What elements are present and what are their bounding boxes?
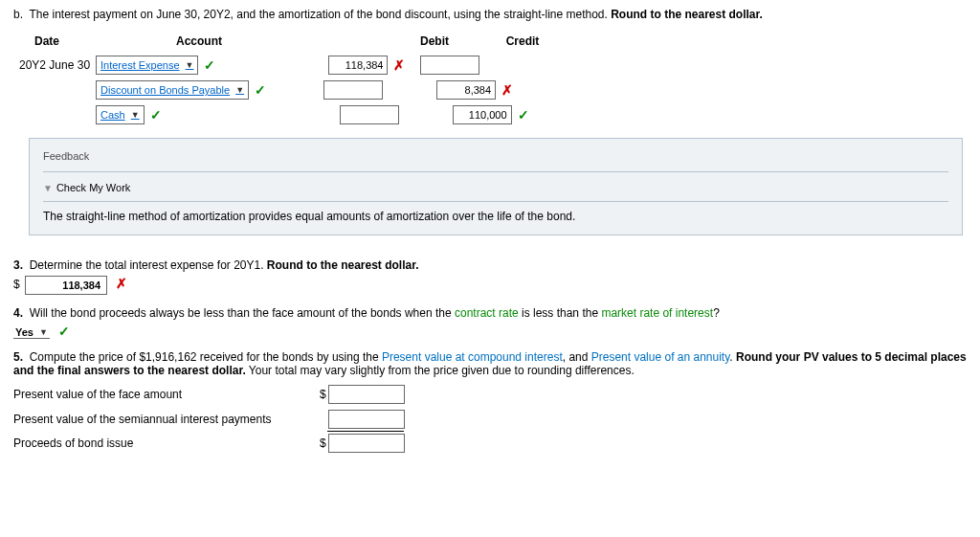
q3-text: Determine the total interest expense for… (30, 258, 267, 272)
market-rate-link[interactable]: market rate of interest (601, 306, 713, 320)
qb-text: The interest payment on June 30, 20Y2, a… (29, 8, 611, 21)
journal-row-3: Cash ▼ ✓ ✓ (13, 105, 607, 124)
pv-table: Present value of the face amount $ Prese… (13, 385, 967, 453)
th-debit: Debit (396, 34, 473, 48)
pv-face-input[interactable] (328, 385, 405, 404)
q5-tail: Your total may vary slightly from the pr… (249, 364, 635, 377)
dollar-sign: $ (320, 436, 326, 450)
total-line (327, 431, 404, 432)
pv-compound-link[interactable]: Present value at compound interest (382, 350, 563, 364)
credit-input-1[interactable] (420, 56, 479, 75)
q3-answer-input[interactable] (25, 276, 107, 295)
pv-interest-input[interactable] (328, 410, 405, 429)
q4-answer-select[interactable]: Yes ▼ (13, 326, 50, 339)
q5-text-a: Compute the price of $1,916,162 received… (30, 350, 382, 364)
th-credit: Credit (484, 34, 561, 48)
feedback-content: The straight-line method of amortization… (43, 210, 948, 223)
check-my-work-row[interactable]: ▼ Check My Work (43, 182, 948, 202)
pv-annuity-link[interactable]: Present value of an annuity (591, 350, 730, 364)
pv-row-interest: Present value of the semiannual interest… (13, 410, 967, 429)
question-3: 3. Determine the total interest expense … (13, 258, 967, 295)
chevron-down-icon: ▼ (131, 110, 140, 120)
pv-label-interest: Present value of the semiannual interest… (13, 413, 320, 426)
check-icon: ✓ (58, 324, 70, 339)
pv-label-proceeds: Proceeds of bond issue (13, 436, 320, 450)
pv-row-face: Present value of the face amount $ (13, 385, 967, 404)
x-icon: ✗ (116, 276, 127, 291)
debit-input-3[interactable] (340, 105, 399, 124)
pv-label-face: Present value of the face amount (13, 388, 320, 401)
question-4: 4. Will the bond proceeds always be less… (13, 306, 967, 339)
account-label: Interest Expense (100, 59, 180, 71)
q4-label: 4. (13, 306, 23, 320)
q3-bold: Round to the nearest dollar. (267, 258, 419, 272)
q5-text-b: , and (563, 350, 591, 364)
th-date: Date (34, 34, 130, 48)
question-b-text: b. The interest payment on June 30, 20Y2… (13, 8, 967, 21)
pv-row-proceeds: Proceeds of bond issue $ (13, 434, 967, 453)
contract-rate-link[interactable]: contract rate (455, 306, 519, 320)
debit-input-1[interactable] (328, 56, 388, 75)
triangle-down-icon: ▼ (43, 183, 53, 193)
q3-label: 3. (13, 258, 23, 272)
th-account: Account (176, 34, 368, 48)
qb-label: b. (13, 8, 23, 21)
x-icon: ✗ (393, 57, 405, 73)
check-icon: ✓ (150, 107, 162, 123)
debit-input-2[interactable] (323, 80, 383, 100)
feedback-title: Feedback (43, 150, 948, 162)
credit-input-3[interactable] (453, 105, 512, 124)
x-icon: ✗ (501, 82, 513, 98)
journal-row-1: 20Y2 June 30 Interest Expense ▼ ✓ ✗ (13, 56, 607, 75)
q4-text-b: is less than the (522, 306, 601, 320)
q4-value: Yes (15, 326, 33, 338)
account-select-discount-bonds[interactable]: Discount on Bonds Payable ▼ (96, 80, 249, 100)
question-5: 5. Compute the price of $1,916,162 recei… (13, 350, 967, 453)
q5-text-c: . (729, 350, 736, 364)
journal-row-2: Discount on Bonds Payable ▼ ✓ ✗ (13, 80, 607, 100)
check-icon: ✓ (255, 82, 266, 98)
pv-proceeds-input[interactable] (328, 434, 405, 453)
q4-tail: ? (713, 306, 720, 320)
divider (43, 171, 948, 172)
dollar-sign: $ (320, 388, 326, 401)
chevron-down-icon: ▼ (39, 327, 48, 337)
check-icon: ✓ (518, 107, 529, 123)
account-select-cash[interactable]: Cash ▼ (96, 105, 145, 124)
chevron-down-icon: ▼ (186, 60, 194, 70)
q4-text-a: Will the bond proceeds always be less th… (30, 306, 455, 320)
feedback-box: Feedback ▼ Check My Work The straight-li… (29, 138, 963, 235)
dollar-sign: $ (13, 278, 20, 291)
credit-input-2[interactable] (436, 80, 496, 100)
chevron-down-icon: ▼ (235, 85, 244, 95)
journal-headers: Date Account Debit Credit (13, 33, 967, 56)
account-label: Discount on Bonds Payable (100, 84, 230, 96)
q5-label: 5. (13, 350, 23, 364)
account-select-interest-expense[interactable]: Interest Expense ▼ (96, 56, 198, 75)
qb-bold: Round to the nearest dollar. (611, 8, 763, 21)
date-cell: 20Y2 June 30 (19, 58, 96, 72)
check-my-work-label: Check My Work (56, 182, 130, 193)
account-label: Cash (100, 109, 125, 121)
check-icon: ✓ (204, 57, 215, 73)
